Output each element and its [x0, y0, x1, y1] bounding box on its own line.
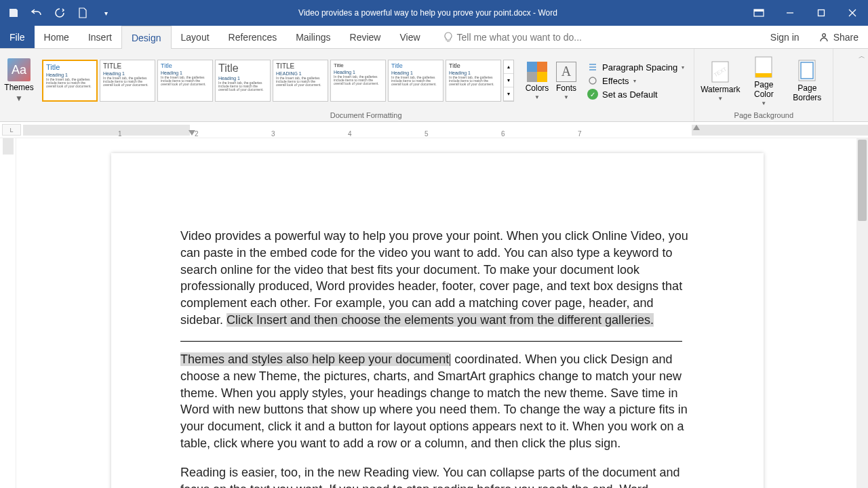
colors-button[interactable]: Colors ▼: [524, 62, 551, 100]
tab-layout[interactable]: Layout: [172, 26, 219, 48]
ruler-tick: 6: [501, 130, 505, 138]
vertical-scrollbar[interactable]: [856, 138, 868, 488]
sign-in-button[interactable]: Sign in: [761, 26, 809, 48]
chevron-down-icon: ▾: [682, 64, 684, 70]
svg-rect-9: [755, 73, 772, 77]
ruler-tick: 5: [425, 130, 429, 138]
share-icon: [818, 32, 829, 43]
page-color-button[interactable]: Page Color ▼: [745, 56, 783, 106]
check-icon: ✓: [587, 89, 598, 100]
window-controls: [774, 0, 868, 26]
ruler-tick: 7: [578, 130, 582, 138]
colors-label: Colors: [526, 83, 549, 93]
window-title: Video provides a powerful way to help yo…: [113, 8, 743, 18]
chevron-down-icon: ▼: [15, 94, 23, 103]
style-thumb[interactable]: TitleHeading 1In the Insert tab, the gal…: [157, 60, 213, 102]
minimize-button[interactable]: [774, 0, 806, 26]
svg-point-5: [589, 77, 596, 84]
set-default-label: Set as Default: [602, 89, 658, 100]
collapse-ribbon-icon[interactable]: ︿: [859, 52, 865, 61]
scroll-thumb[interactable]: [858, 140, 867, 221]
style-thumb[interactable]: TITLEHeading 1In the Insert tab, the gal…: [100, 60, 155, 102]
themes-icon: Aa: [7, 58, 31, 81]
page-color-icon: [752, 56, 775, 79]
chevron-down-icon: ▾: [633, 78, 636, 84]
indent-marker[interactable]: [189, 130, 195, 136]
horizontal-ruler[interactable]: L 1234567: [0, 122, 868, 138]
themes-button[interactable]: Aa Themes ▼: [4, 58, 34, 103]
style-thumb[interactable]: TitleHeading 1In the Insert tab, the gal…: [388, 60, 443, 102]
watermark-icon: TEXT: [709, 60, 732, 83]
tab-home[interactable]: Home: [35, 26, 79, 48]
ruler-tick: 1: [118, 130, 122, 138]
paragraph-spacing-button[interactable]: Paragraph Spacing ▾: [587, 62, 684, 73]
paragraph-2[interactable]: Themes and styles also help keep your do…: [180, 351, 694, 452]
document-area: Video provides a powerful way to help yo…: [0, 138, 868, 488]
style-gallery: TitleHeading 1In the Insert tab, the gal…: [42, 56, 501, 105]
fonts-button[interactable]: A Fonts ▼: [553, 62, 580, 100]
style-thumb[interactable]: TITLEHEADING 1In the Insert tab, the gal…: [273, 60, 328, 102]
customize-qat-icon[interactable]: ▾: [99, 6, 113, 20]
page-color-label: Page Color: [745, 80, 783, 99]
gallery-scroll-up[interactable]: ▴: [504, 60, 513, 74]
share-label: Share: [833, 32, 859, 43]
ribbon-tabs: File Home Insert Design Layout Reference…: [0, 26, 868, 49]
undo-icon[interactable]: [30, 6, 43, 20]
close-button[interactable]: [837, 0, 868, 26]
style-thumb[interactable]: TitleHeading 1In the Insert tab, the gal…: [215, 60, 271, 102]
paragraph-1[interactable]: Video provides a powerful way to help yo…: [180, 228, 694, 329]
themes-label: Themes: [4, 83, 33, 92]
page-background-label: Page Background: [698, 110, 829, 121]
paragraph-spacing-icon: [587, 62, 598, 73]
style-thumb[interactable]: TitleHeading 1In the Insert tab, the gal…: [42, 60, 98, 102]
quick-access-toolbar: ▾: [0, 6, 113, 20]
ribbon-display-options-icon[interactable]: [743, 0, 774, 26]
fonts-icon: A: [556, 62, 576, 82]
set-as-default-button[interactable]: ✓ Set as Default: [587, 89, 684, 100]
paragraph-border: [180, 341, 682, 342]
paragraph-spacing-label: Paragraph Spacing: [602, 62, 677, 73]
gallery-more: ▴ ▾ ▾: [503, 60, 514, 102]
vertical-ruler[interactable]: [0, 138, 16, 488]
tab-selector[interactable]: L: [2, 124, 21, 136]
style-thumb[interactable]: TitleHeading 1In the Insert tab, the gal…: [330, 60, 386, 102]
selected-text: Click Insert and then choose the element…: [226, 313, 654, 327]
right-indent-marker[interactable]: [693, 125, 700, 130]
fonts-label: Fonts: [556, 83, 576, 93]
redo-icon[interactable]: [53, 6, 66, 20]
effects-button[interactable]: Effects ▾: [587, 75, 684, 86]
effects-label: Effects: [602, 76, 629, 86]
svg-point-4: [822, 33, 825, 37]
gallery-scroll-down[interactable]: ▾: [504, 74, 513, 87]
tab-design[interactable]: Design: [121, 26, 172, 49]
page-borders-button[interactable]: Page Borders: [788, 59, 826, 102]
save-icon[interactable]: [7, 6, 20, 20]
tab-insert[interactable]: Insert: [79, 26, 121, 48]
tab-references[interactable]: References: [219, 26, 287, 48]
tell-me-placeholder: Tell me what you want to do...: [457, 32, 582, 43]
style-thumb[interactable]: TitleHeading 1In the Insert tab, the gal…: [446, 60, 501, 102]
chevron-down-icon: ▼: [717, 96, 723, 102]
tell-me-search[interactable]: Tell me what you want to do...: [430, 26, 582, 48]
tab-file[interactable]: File: [0, 26, 35, 48]
svg-rect-1: [754, 9, 764, 12]
page[interactable]: Video provides a powerful way to help yo…: [111, 153, 764, 488]
watermark-button[interactable]: TEXT Watermark ▼: [701, 60, 739, 102]
tab-mailings[interactable]: Mailings: [286, 26, 340, 48]
page-borders-label: Page Borders: [788, 83, 826, 102]
new-doc-icon[interactable]: [76, 6, 90, 20]
ruler-tick: 3: [271, 130, 275, 138]
chevron-down-icon: ▼: [564, 94, 569, 100]
chevron-down-icon: ▼: [761, 100, 766, 106]
tab-view[interactable]: View: [390, 26, 429, 48]
tab-review[interactable]: Review: [340, 26, 391, 48]
watermark-label: Watermark: [701, 85, 740, 94]
svg-rect-3: [818, 10, 825, 16]
page-borders-icon: [795, 59, 818, 82]
doc-formatting-label: Document Formatting: [42, 110, 690, 121]
ribbon: ︿ Aa Themes ▼ TitleHeading 1In the Inser…: [0, 49, 868, 122]
share-button[interactable]: Share: [809, 26, 868, 48]
maximize-button[interactable]: [806, 0, 837, 26]
gallery-expand[interactable]: ▾: [504, 87, 513, 101]
paragraph-3[interactable]: Reading is easier, too, in the new Readi…: [180, 464, 694, 488]
